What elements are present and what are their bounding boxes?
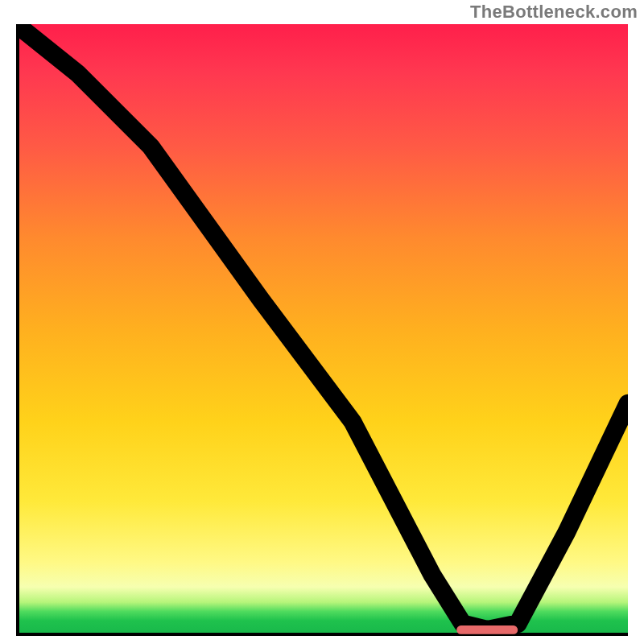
plot-area [16,24,628,636]
y-axis [16,24,19,636]
watermark-text: TheBottleneck.com [470,2,638,23]
gradient-background [16,24,628,636]
x-axis [16,633,628,636]
chart-stage: TheBottleneck.com [0,0,644,644]
